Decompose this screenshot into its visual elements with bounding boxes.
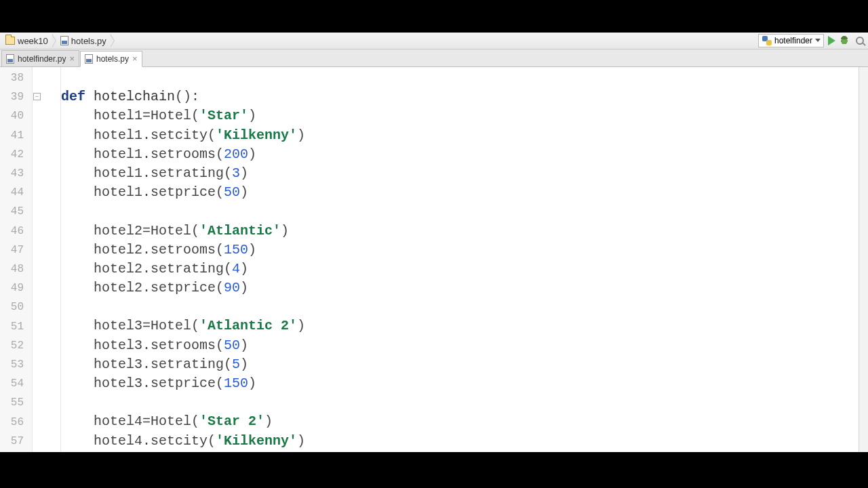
code-line[interactable]: [61, 202, 859, 221]
code-line[interactable]: hotel2.setprice(90): [61, 279, 859, 298]
run-configuration-dropdown[interactable]: hotelfinder: [758, 34, 824, 47]
code-line[interactable]: hotel2.setrating(4): [61, 260, 859, 279]
code-line[interactable]: hotel4.setcity('Kilkenny'): [61, 432, 859, 451]
breadcrumb-label: week10: [18, 36, 48, 46]
gutter-separator: [42, 67, 61, 452]
code-line[interactable]: hotel1=Hotel('Star'): [61, 106, 859, 125]
fold-toggle[interactable]: −: [33, 93, 41, 100]
breadcrumb-folder[interactable]: week10: [3, 33, 52, 49]
code-line[interactable]: hotel1.setrooms(200): [61, 145, 859, 164]
python-file-icon: [85, 54, 93, 64]
code-line[interactable]: hotel1.setcity('Kilkenny'): [61, 126, 859, 145]
close-icon[interactable]: ×: [132, 54, 138, 63]
tab-label: hotelfinder.py: [18, 54, 66, 64]
code-line[interactable]: [61, 393, 859, 412]
code-line[interactable]: hotel3.setrating(5): [61, 355, 859, 374]
tab-hotelfinder[interactable]: hotelfinder.py ×: [1, 50, 79, 66]
python-file-icon: [6, 54, 14, 64]
code-line[interactable]: hotel2=Hotel('Atlantic'): [61, 222, 859, 241]
fold-gutter: −: [33, 67, 42, 452]
breadcrumb-toolbar: week10 hotels.py hotelfinder: [0, 33, 868, 49]
code-line[interactable]: hotel1.setrating(3): [61, 164, 859, 183]
code-text[interactable]: def hotelchain(): hotel1=Hotel('Star') h…: [61, 67, 859, 452]
code-line[interactable]: hotel3.setrooms(50): [61, 336, 859, 355]
tab-label: hotels.py: [96, 54, 129, 64]
breadcrumb-file[interactable]: hotels.py: [58, 33, 111, 49]
breadcrumb-label: hotels.py: [71, 36, 106, 46]
run-button[interactable]: [828, 36, 835, 45]
ide-window: week10 hotels.py hotelfinder hotelfinder…: [0, 33, 868, 452]
code-line[interactable]: [61, 68, 859, 87]
python-icon: [762, 36, 772, 45]
debug-button[interactable]: [840, 36, 849, 45]
code-line[interactable]: hotel2.setrooms(150): [61, 241, 859, 260]
code-line[interactable]: [61, 298, 859, 317]
search-icon[interactable]: [856, 37, 864, 45]
code-line[interactable]: hotel3.setprice(150): [61, 374, 859, 393]
editor-tabs: hotelfinder.py × hotels.py ×: [0, 49, 868, 67]
code-line[interactable]: def hotelchain():: [61, 87, 859, 106]
python-file-icon: [60, 36, 68, 45]
run-config-label: hotelfinder: [774, 36, 812, 45]
code-editor[interactable]: 3839404142434445464748495051525354555657…: [0, 67, 868, 452]
right-gutter: [859, 67, 868, 452]
line-number-gutter: 3839404142434445464748495051525354555657: [0, 67, 33, 452]
code-line[interactable]: hotel1.setprice(50): [61, 183, 859, 202]
close-icon[interactable]: ×: [69, 54, 75, 63]
code-line[interactable]: hotel3=Hotel('Atlantic 2'): [61, 317, 859, 336]
code-line[interactable]: hotel4=Hotel('Star 2'): [61, 412, 859, 431]
chevron-down-icon: [815, 39, 821, 42]
folder-icon: [5, 37, 15, 45]
toolbar-right: hotelfinder: [758, 34, 865, 47]
tab-hotels[interactable]: hotels.py ×: [80, 51, 142, 67]
